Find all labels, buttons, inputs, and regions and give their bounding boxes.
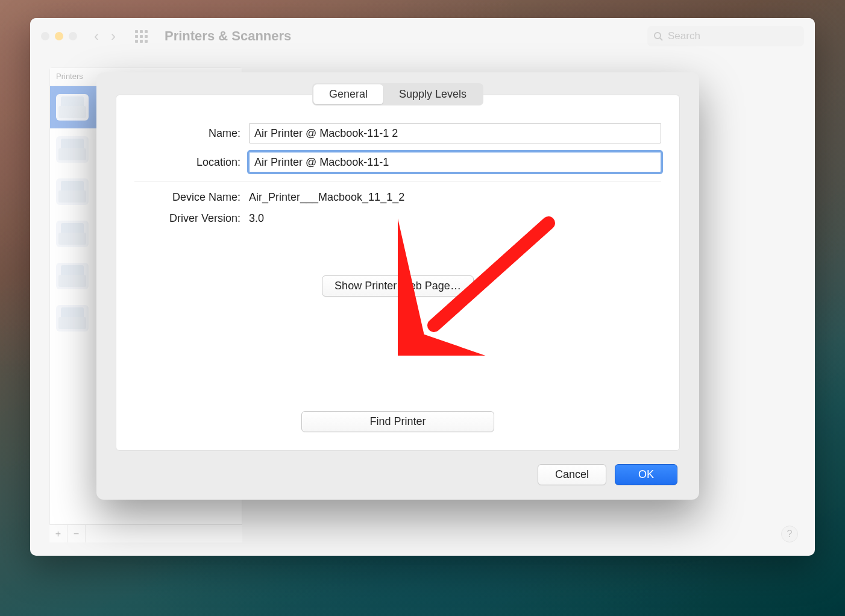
driver-version-value: 3.0 [249,212,661,225]
location-input[interactable] [249,152,661,172]
tab-general[interactable]: General [313,84,383,104]
name-row: Name: [134,123,661,143]
tab-supply-levels[interactable]: Supply Levels [383,84,482,104]
printer-options-dialog: General Supply Levels Name: Location: De… [96,72,699,500]
show-printer-web-page-button[interactable]: Show Printer Web Page… [322,275,474,297]
tab-row: General Supply Levels [96,72,699,105]
name-input[interactable] [249,123,661,143]
general-panel: Name: Location: Device Name: Air_Printer… [116,95,680,451]
tab-segment: General Supply Levels [312,83,483,105]
driver-version-label: Driver Version: [134,212,249,225]
device-name-row: Device Name: Air_Printer___Macbook_11_1_… [134,191,661,204]
dialog-actions: Cancel OK [96,451,699,485]
separator [134,181,661,181]
device-name-value: Air_Printer___Macbook_11_1_2 [249,191,661,204]
device-name-label: Device Name: [134,191,249,204]
name-label: Name: [134,127,249,140]
driver-version-row: Driver Version: 3.0 [134,212,661,225]
find-printer-button[interactable]: Find Printer [301,411,494,432]
location-label: Location: [134,156,249,169]
location-row: Location: [134,152,661,172]
cancel-button[interactable]: Cancel [538,464,606,485]
ok-button[interactable]: OK [615,464,677,485]
